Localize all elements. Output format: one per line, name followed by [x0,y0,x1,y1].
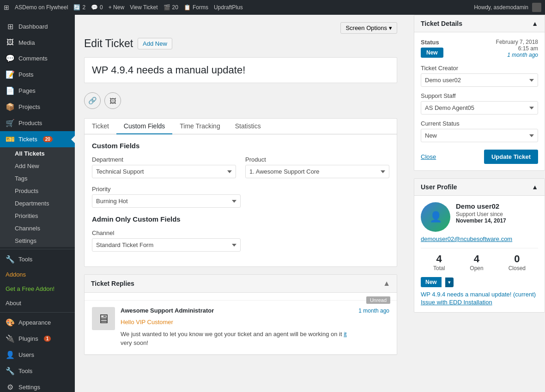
creator-select[interactable]: Demo user02 [421,73,538,87]
sidebar-item-settings[interactable]: ⚙ Settings [0,379,75,392]
sidebar-item-posts[interactable]: 📝 Posts [0,66,75,83]
status-label: Status [421,39,443,46]
submenu-settings[interactable]: Settings [0,235,75,247]
tab-ticket[interactable]: Ticket [85,119,116,134]
media-item[interactable]: 🎬 20 [164,4,178,11]
priority-select[interactable]: Burning Hot Critical High Normal Low [92,194,241,208]
sidebar-item-tools[interactable]: 🔧 Tools [0,251,75,267]
update-ticket-button[interactable]: Update Ticket [484,150,538,164]
add-new-button[interactable]: Add New [138,38,172,49]
settings-icon: ⚙ [6,383,15,392]
new-ticket-btn[interactable]: New [421,277,442,287]
sidebar-comments-label: Comments [18,55,48,62]
priority-group: Priority Burning Hot Critical High Norma… [92,186,241,208]
free-addon-label: Get a Free Addon! [6,285,54,292]
sidebar-item-tools2[interactable]: 🔧 Tools [0,363,75,379]
collapse-replies-icon[interactable]: ▲ [383,279,390,288]
add-new-label: Add New [15,163,39,169]
replies-body: Unread 🖥 Awesome Support Administrato [85,293,397,355]
sidebar-item-addons[interactable]: Addons [0,267,75,282]
comments-item[interactable]: 💬 0 [91,4,103,11]
sidebar-item-comments[interactable]: 💬 Comments [0,50,75,66]
tab-custom-fields[interactable]: Custom Fields [116,119,172,134]
department-group: Department Technical Support Sales Billi… [92,156,236,178]
new-ticket-dropdown-arrow[interactable]: ▾ [445,277,454,287]
sidebar-item-appearance[interactable]: 🎨 Appearance [0,314,75,331]
sidebar-item-media[interactable]: 🖼 Media [0,35,75,50]
stat-closed-label: Closed [509,265,526,271]
sidebar-active-arrow [71,136,75,143]
ticket-actions: Close Update Ticket [421,150,538,164]
forms-item[interactable]: 📋 Forms [184,4,208,11]
appearance-label: Appearance [18,319,51,326]
reply-header: Awesome Support Administrator 1 month ag… [121,307,389,314]
main-content: Screen Options ▾ Edit Ticket Add New WP … [75,15,406,392]
view-ticket-item[interactable]: View Ticket [130,4,157,11]
toolbar-icon-btn-1[interactable]: 🔗 [84,92,101,109]
department-select[interactable]: Technical Support Sales Billing [92,165,236,178]
new-item[interactable]: + New [109,4,124,11]
user-email[interactable]: demouser02@ncubesoftware.com [421,235,538,242]
sidebar-item-dashboard[interactable]: ⊞ Dashboard [0,18,75,35]
collapse-details-icon[interactable]: ▲ [532,20,538,27]
sidebar-item-products[interactable]: 🛒 Products [0,115,75,131]
replies-title: Ticket Replies [91,280,134,287]
sidebar-item-free-addon[interactable]: Get a Free Addon! [0,282,75,296]
reply-body2: very soon! [121,338,389,348]
tickets-submenu: All Tickets Add New Tags Products Depart… [0,147,75,247]
channel-group: Channel Standard Ticket Form Email Phone [92,229,241,252]
tickets-badge: 20 [43,136,53,142]
submenu-products[interactable]: Products [0,185,75,197]
ticket-time: 6:15 am [496,45,538,52]
tools2-label: Tools [18,368,32,374]
submenu-add-new[interactable]: Add New [0,160,75,172]
image-icon: 🖼 [109,97,116,105]
updraftplus-item[interactable]: UpdraftPlus [214,4,243,11]
tab-statistics[interactable]: Statistics [228,119,268,134]
reply-item: 🖥 Awesome Support Administrator 1 month … [85,301,397,355]
tab-time-tracking[interactable]: Time Tracking [172,119,227,134]
main-meta-box: Ticket Custom Fields Time Tracking Stati… [84,118,397,267]
users-label: Users [18,351,34,358]
current-status-select[interactable]: New [421,129,538,142]
support-staff-select[interactable]: AS Demo Agent05 [421,101,538,115]
product-select[interactable]: 1. Awesome Support Core 2. Product B [245,165,389,178]
issue-link[interactable]: Issue with EDD Installation [421,299,538,306]
site-name-text: ASDemo on Flywheel [15,4,68,11]
submenu-departments[interactable]: Departments [0,197,75,210]
ticket-title-text: WP 4.9.4 needs a manual update! [92,64,245,76]
submenu-channels[interactable]: Channels [0,222,75,235]
pages-icon: 📄 [6,86,15,95]
sidebar-item-projects[interactable]: 📦 Projects [0,99,75,115]
site-icon[interactable]: ⊞ [4,4,9,11]
departments-label: Departments [15,200,49,207]
submenu-priorities[interactable]: Priorities [0,210,75,222]
submenu-tags[interactable]: Tags [0,172,75,185]
product-label: Product [245,156,389,163]
updraftplus-label: UpdraftPlus [214,4,243,11]
admin-bar: ⊞ ASDemo on Flywheel 🔄 2 💬 0 + New View … [0,0,545,15]
right-sidebar: Ticket Details ▲ Status New February 7, … [406,15,545,392]
avatar-img: 👤 [421,202,450,232]
sidebar-item-pages[interactable]: 📄 Pages [0,83,75,99]
close-link[interactable]: Close [421,153,436,160]
toolbar-icon-btn-2[interactable]: 🖼 [104,92,121,109]
sidebar-item-tickets[interactable]: 🎫 Tickets 20 [0,131,75,147]
user-avatar-icon[interactable] [532,3,541,12]
reply-avatar: 🖥 [92,307,115,330]
sidebar-item-plugins[interactable]: 🔌 Plugins 1 [0,331,75,347]
channel-select[interactable]: Standard Ticket Form Email Phone [92,238,241,252]
updates-item[interactable]: 🔄 2 [73,4,85,11]
unread-row: Unread [85,293,397,301]
sidebar-item-users[interactable]: 👤 Users [0,347,75,363]
plugins-label: Plugins [18,335,38,342]
submenu-all-tickets[interactable]: All Tickets [0,147,75,160]
site-name[interactable]: ASDemo on Flywheel [15,4,68,11]
reply-link[interactable]: it [344,331,347,338]
user-profile-title: User Profile [421,183,457,191]
collapse-profile-icon[interactable]: ▲ [532,183,538,191]
screen-options-button[interactable]: Screen Options ▾ [340,22,397,34]
sidebar-item-about[interactable]: About [0,296,75,310]
main-layout: ⊞ Dashboard 🖼 Media 💬 Comments 📝 Posts 📄… [0,15,545,392]
tab-statistics-label: Statistics [235,122,261,130]
